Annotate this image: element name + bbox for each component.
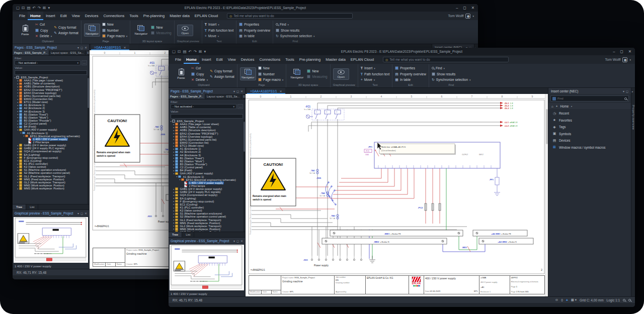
editor-tab[interactable]: =GAA+A1&EFS1/1✕: [247, 88, 285, 94]
text-insert-button[interactable]: TInsert▾: [361, 66, 390, 71]
preview-pin-icon[interactable]: ◻: [80, 212, 83, 215]
panel-menu-icon[interactable]: ▾: [233, 89, 235, 93]
preview-close-icon[interactable]: ✕: [85, 212, 87, 215]
sync-selection-button[interactable]: ↻Synchronize selection▾: [432, 77, 471, 82]
3d-new-button[interactable]: New: [307, 68, 327, 73]
filter-more-button[interactable]: …: [82, 60, 87, 65]
paste-button[interactable]: Paste: [173, 67, 189, 81]
text-insert-button[interactable]: TInsert▾: [205, 22, 234, 27]
copy-format-button[interactable]: ✎Copy format: [54, 25, 78, 30]
restore-button[interactable]: ◻: [463, 6, 466, 10]
tab-close-icon[interactable]: ✕: [280, 89, 282, 93]
print-icon[interactable]: ▤: [27, 6, 30, 10]
ribbon-tab-insert[interactable]: Insert: [43, 12, 58, 20]
page-new-button[interactable]: New: [102, 22, 128, 27]
ribbon-tab-file[interactable]: File: [17, 12, 28, 20]
cut-button[interactable]: ✂Cut: [35, 22, 52, 27]
dock-tab-1[interactable]: Layout space - ESS_Sa...: [49, 50, 86, 55]
delete-button[interactable]: ✕Delete▾: [191, 77, 208, 82]
home-icon[interactable]: ⌂: [551, 104, 553, 108]
insert-center-item-recent[interactable]: ◷Recent: [548, 110, 631, 117]
user-account[interactable]: Tom Wolff ☻ ▾: [605, 57, 631, 62]
object-snap-icon[interactable]: 0: [561, 298, 563, 302]
undo-icon[interactable]: ↶: [32, 6, 35, 10]
minimize-button[interactable]: –: [456, 6, 458, 10]
ribbon-tab-edit[interactable]: Edit: [58, 12, 69, 20]
ribbon-tab-home[interactable]: Home: [184, 55, 199, 64]
ribbon-tab-file[interactable]: File: [173, 55, 184, 64]
preview-menu-icon[interactable]: ▾: [233, 239, 235, 243]
preview-thumbnail[interactable]: [170, 245, 244, 290]
preview-close-icon[interactable]: ✕: [240, 239, 243, 243]
redo-icon[interactable]: ↷: [38, 6, 41, 10]
schematic-canvas[interactable]: 01 23 45 67 89 Protected by copyright. P…: [246, 94, 548, 296]
ribbon-tab-insert[interactable]: Insert: [199, 55, 214, 64]
3d-new-button[interactable]: New: [151, 25, 171, 30]
properties-button[interactable]: Properties: [239, 22, 270, 27]
add-icon[interactable]: +: [556, 104, 558, 108]
collapse-icon[interactable]: ▸: [632, 90, 633, 93]
preview-thumbnail[interactable]: [14, 217, 88, 263]
qat-customize-icon[interactable]: ▾: [204, 50, 206, 54]
value-input[interactable]: [15, 70, 87, 75]
property-overview-button[interactable]: ▤Property overview: [239, 28, 270, 33]
ribbon-tab-edit[interactable]: Edit: [214, 55, 225, 64]
path-function-text-button[interactable]: TPath function text: [361, 71, 390, 76]
ribbon-tab-tools[interactable]: Tools: [127, 12, 141, 20]
insert-center-breadcrumb[interactable]: ⌂ + Home ▸: [548, 103, 631, 109]
ribbon-tab-tools[interactable]: Tools: [283, 55, 297, 64]
dock-tab-0[interactable]: Pages - ESS_Sample_P...: [169, 94, 205, 99]
dock-tab-2[interactable]: Devices - ESS_Sample_...: [86, 50, 89, 55]
preview-open-button[interactable]: Open: [177, 25, 193, 36]
print-icon[interactable]: ▤: [183, 50, 186, 54]
move-button[interactable]: +Move▾: [361, 77, 390, 82]
properties-button[interactable]: Properties: [395, 66, 426, 71]
undo-icon[interactable]: ↶: [188, 50, 191, 54]
preview-open-button[interactable]: Open: [333, 68, 349, 80]
show-results-button[interactable]: Show results: [432, 71, 471, 76]
page-navigator-button[interactable]: Navigator: [84, 24, 100, 37]
open-project-icon[interactable]: ⊡: [22, 6, 25, 10]
insert-center-menu-icon[interactable]: ▾: [623, 89, 624, 93]
ribbon-tab-eplan-cloud[interactable]: EPLAN Cloud: [192, 12, 220, 20]
find-button[interactable]: Find▾: [432, 66, 471, 71]
copy-button[interactable]: Copy: [35, 28, 52, 33]
tell-me-search[interactable]: ◎: [227, 13, 353, 19]
filter-select[interactable]: - Not activated -▾: [15, 60, 80, 65]
tree-view-tab-list[interactable]: List: [26, 204, 38, 210]
ribbon-tab-devices[interactable]: Devices: [238, 55, 257, 64]
assign-format-button[interactable]: ✎Assign format: [210, 74, 234, 79]
insert-center-item-symbols[interactable]: ▣Symbols: [548, 131, 631, 138]
canvas-scrollbar[interactable]: [545, 94, 548, 296]
dock-tab-0[interactable]: Pages - ESS_Sample_P...: [13, 50, 49, 55]
find-button[interactable]: Find▾: [276, 22, 315, 27]
tell-me-input[interactable]: [233, 14, 350, 18]
zoom-out-icon[interactable]: [628, 299, 631, 301]
insert-center-search[interactable]: [550, 95, 629, 101]
copy-button[interactable]: Copy: [191, 71, 208, 76]
open-project-icon[interactable]: ⊡: [178, 50, 181, 54]
ribbon-tab-eplan-cloud[interactable]: EPLAN Cloud: [348, 55, 376, 64]
insert-center-item-tags[interactable]: ◈Tags: [548, 124, 631, 131]
measuring-button[interactable]: Measuring: [307, 74, 327, 79]
paste-button[interactable]: Paste: [17, 24, 33, 37]
page-macro-button[interactable]: Page macro▾: [258, 77, 284, 82]
panel-close-icon[interactable]: ✕: [240, 89, 243, 93]
property-overview-tab[interactable]: Property overview: [632, 105, 635, 130]
snap-icon[interactable]: ⊙: [555, 298, 558, 302]
close-button[interactable]: ✕: [471, 6, 474, 10]
ribbon-tab-home[interactable]: Home: [28, 12, 43, 20]
zoom-in-icon[interactable]: [623, 299, 625, 301]
ribbon-tab-connections[interactable]: Connections: [101, 12, 127, 20]
panel-pin-icon[interactable]: ◻: [236, 89, 239, 93]
minimize-button[interactable]: –: [613, 49, 615, 54]
value-input[interactable]: [171, 114, 243, 119]
ribbon-tab-view[interactable]: View: [225, 55, 238, 64]
insert-symbol-icon[interactable]: ⊞: [43, 6, 46, 10]
tree-view-tab-tree[interactable]: Tree: [13, 204, 26, 210]
close-button[interactable]: ✕: [628, 49, 631, 54]
ribbon-tab-master-data[interactable]: Master data: [167, 12, 192, 20]
ribbon-tab-master-data[interactable]: Master data: [323, 55, 348, 64]
tell-me-search[interactable]: ◎: [383, 57, 509, 62]
filter-select[interactable]: - Not activated -▾: [171, 104, 236, 109]
